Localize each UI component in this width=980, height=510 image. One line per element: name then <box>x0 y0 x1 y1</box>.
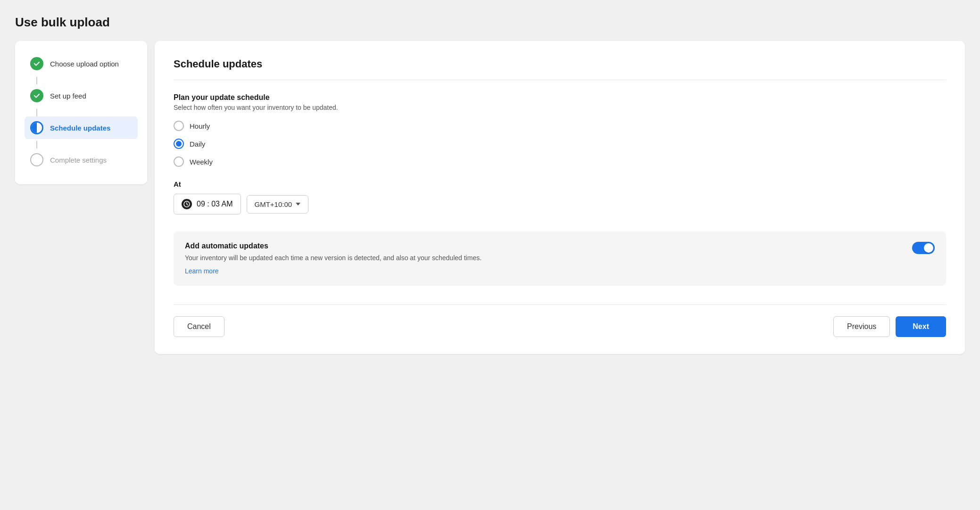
auto-updates-desc: Your inventory will be updated each time… <box>185 253 482 263</box>
radio-option-daily[interactable]: Daily <box>174 139 946 149</box>
cancel-button[interactable]: Cancel <box>174 316 224 337</box>
page-title: Use bulk upload <box>15 15 965 30</box>
footer-row: Cancel Previous Next <box>174 304 946 337</box>
next-button[interactable]: Next <box>896 316 946 337</box>
plan-title: Plan your update schedule <box>174 93 946 102</box>
auto-updates-box: Add automatic updates Your inventory wil… <box>174 231 946 286</box>
radio-label-weekly: Weekly <box>190 158 213 166</box>
time-value: 09 : 03 AM <box>197 200 233 208</box>
step-connector-1 <box>36 77 37 84</box>
step-active-icon <box>30 121 43 134</box>
step-label-complete-settings: Complete settings <box>50 156 107 164</box>
sidebar-item-complete-settings[interactable]: Complete settings <box>25 148 138 171</box>
step-label-schedule-updates: Schedule updates <box>50 124 110 132</box>
right-buttons: Previous Next <box>833 316 946 337</box>
frequency-radio-group: Hourly Daily Weekly <box>174 121 946 167</box>
main-layout: Choose upload option Set up feed Schedul… <box>15 41 965 354</box>
radio-circle-weekly <box>174 156 184 167</box>
step-label-set-up-feed: Set up feed <box>50 92 86 100</box>
sidebar-item-set-up-feed[interactable]: Set up feed <box>25 84 138 107</box>
sidebar: Choose upload option Set up feed Schedul… <box>15 41 147 184</box>
learn-more-link[interactable]: Learn more <box>185 267 219 275</box>
chevron-down-icon <box>296 203 300 206</box>
radio-label-hourly: Hourly <box>190 122 210 130</box>
step-connector-3 <box>36 141 37 148</box>
auto-updates-title: Add automatic updates <box>185 242 482 250</box>
auto-updates-header: Add automatic updates Your inventory wil… <box>185 242 935 275</box>
step-connector-2 <box>36 109 37 116</box>
time-input[interactable]: 09 : 03 AM <box>174 194 241 214</box>
step-pending-icon <box>30 153 43 166</box>
previous-button[interactable]: Previous <box>833 316 890 337</box>
radio-circle-daily <box>174 139 184 149</box>
step-label-choose-upload: Choose upload option <box>50 60 119 68</box>
timezone-value: GMT+10:00 <box>255 200 292 208</box>
auto-updates-toggle[interactable] <box>912 242 935 254</box>
step-done-icon-1 <box>30 57 43 70</box>
plan-desc: Select how often you want your inventory… <box>174 104 946 111</box>
section-title: Schedule updates <box>174 58 946 80</box>
clock-icon <box>182 199 192 209</box>
radio-option-hourly[interactable]: Hourly <box>174 121 946 131</box>
step-done-icon-2 <box>30 89 43 102</box>
radio-label-daily: Daily <box>190 140 205 148</box>
timezone-select[interactable]: GMT+10:00 <box>247 195 309 214</box>
sidebar-item-schedule-updates[interactable]: Schedule updates <box>25 116 138 139</box>
radio-option-weekly[interactable]: Weekly <box>174 156 946 167</box>
auto-updates-text: Add automatic updates Your inventory wil… <box>185 242 482 275</box>
radio-circle-hourly <box>174 121 184 131</box>
time-row: 09 : 03 AM GMT+10:00 <box>174 194 946 214</box>
content-panel: Schedule updates Plan your update schedu… <box>155 41 965 354</box>
at-label: At <box>174 180 946 188</box>
sidebar-item-choose-upload[interactable]: Choose upload option <box>25 52 138 75</box>
